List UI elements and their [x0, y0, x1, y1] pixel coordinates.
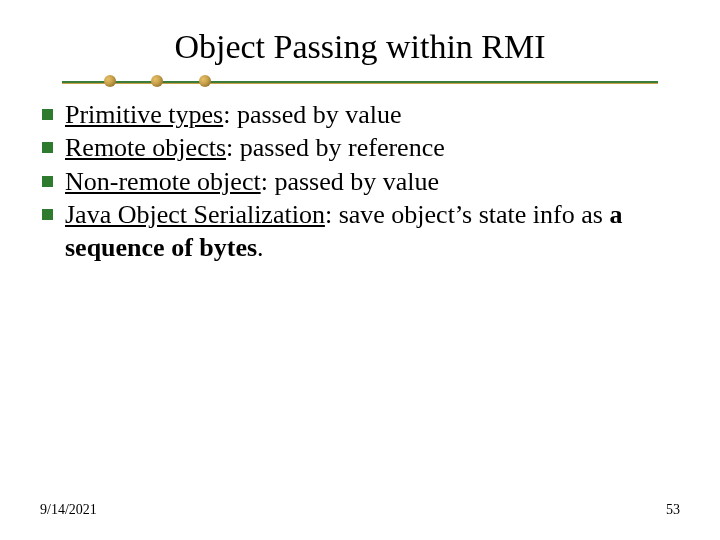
rest-text: : passed by value: [261, 167, 439, 196]
bead-icon: [199, 75, 211, 87]
list-item-text: Primitive types: passed by value: [65, 98, 680, 131]
slide-title: Object Passing within RMI: [40, 28, 680, 66]
list-item-text: Java Object Serialization: save object’s…: [65, 198, 680, 265]
list-item-text: Remote objects: passed by reference: [65, 131, 680, 164]
lead-term: Remote objects: [65, 133, 226, 162]
square-bullet-icon: [42, 209, 53, 220]
footer-date: 9/14/2021: [40, 502, 97, 518]
list-item: Remote objects: passed by reference: [42, 131, 680, 164]
list-item-text: Non-remote object: passed by value: [65, 165, 680, 198]
square-bullet-icon: [42, 109, 53, 120]
rest-text: : passed by value: [223, 100, 401, 129]
rest-text: : passed by reference: [226, 133, 445, 162]
bullet-list: Primitive types: passed by value Remote …: [40, 98, 680, 264]
bead-icon: [104, 75, 116, 87]
bead-icon: [151, 75, 163, 87]
footer-page-number: 53: [666, 502, 680, 518]
list-item: Non-remote object: passed by value: [42, 165, 680, 198]
divider: [62, 70, 658, 92]
lead-term: Non-remote object: [65, 167, 261, 196]
list-item: Java Object Serialization: save object’s…: [42, 198, 680, 265]
square-bullet-icon: [42, 176, 53, 187]
list-item: Primitive types: passed by value: [42, 98, 680, 131]
rest-text: : save object’s state info as: [325, 200, 609, 229]
slide: Object Passing within RMI Primitive type…: [0, 0, 720, 540]
tail-text: .: [257, 233, 264, 262]
footer: 9/14/2021 53: [40, 502, 680, 518]
square-bullet-icon: [42, 142, 53, 153]
lead-term: Primitive types: [65, 100, 223, 129]
lead-term: Java Object Serialization: [65, 200, 325, 229]
